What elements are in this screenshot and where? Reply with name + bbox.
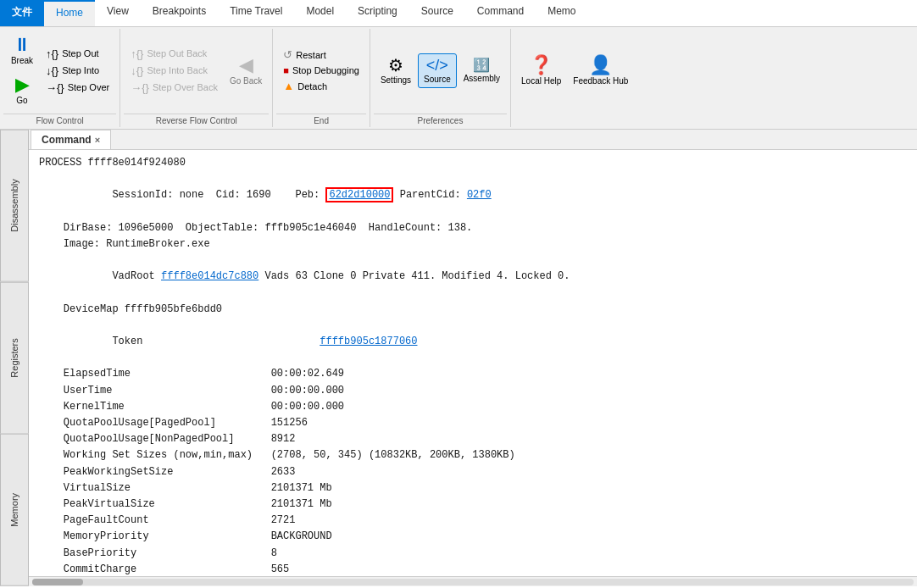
step-out-button[interactable]: ↑{} Step Out [41, 46, 114, 62]
step-over-label: Step Over [68, 82, 110, 92]
command-tab[interactable]: Command × [31, 130, 111, 149]
local-help-button[interactable]: ❓ Local Help [516, 53, 566, 89]
peak-virtual-line: PeakVirtualSize 2101371 Mb [39, 496, 907, 513]
parent-cid-link[interactable]: 02f0 [467, 189, 492, 201]
preferences-label: Preferences [374, 114, 507, 127]
session-line: SessionId: none Cid: 1690 Peb: 62d2d1000… [39, 171, 907, 220]
step-out-icon: ↑{} [46, 47, 58, 60]
scrollbar-thumb[interactable] [32, 579, 83, 585]
peb-link[interactable]: 62d2d10000 [325, 187, 393, 202]
assembly-icon: 🔢 [473, 58, 490, 72]
image-line: Image: RuntimeBroker.exe [39, 236, 907, 252]
step-buttons-col: ↑{} Step Out ↓{} Step Into →{} Step Over [41, 46, 114, 96]
sidebar-item-registers[interactable]: Registers [0, 282, 29, 435]
flow-control-label: Flow Control [3, 114, 116, 127]
settings-icon: ⚙ [388, 57, 403, 74]
stop-debugging-button[interactable]: ■ Stop Debugging [278, 64, 364, 77]
vadroot-link[interactable]: ffff8e014dc7c880 [161, 270, 258, 282]
command-tab-bar: Command × [29, 130, 917, 150]
step-into-back-button[interactable]: ↓{} Step Into Back [125, 63, 223, 79]
restart-icon: ↺ [283, 48, 292, 61]
token-link[interactable]: ffffb905c1877060 [320, 336, 417, 347]
go-back-button[interactable]: ◀ Go Back [225, 53, 267, 89]
command-tab-close[interactable]: × [95, 135, 100, 145]
reverse-flow-content: ↑{} Step Out Back ↓{} Step Into Back →{}… [124, 29, 269, 112]
tab-file[interactable]: 文件 [0, 0, 44, 26]
sidebar-item-memory[interactable]: Memory [0, 434, 29, 586]
tab-home[interactable]: Home [44, 0, 95, 26]
virtual-line: VirtualSize 2101371 Mb [39, 480, 907, 496]
step-over-back-icon: →{} [131, 81, 149, 94]
main-content-area: Command × PROCESS ffff8e014f924080 Sessi… [29, 130, 917, 586]
feedback-hub-label: Feedback Hub [573, 76, 628, 86]
devicemap-line: DeviceMap ffffb905bfe6bdd0 [39, 302, 907, 318]
break-label: Break [11, 56, 33, 65]
base-priority-line: BasePriority 8 [39, 546, 907, 562]
pagefault-line: PageFaultCount 2721 [39, 513, 907, 529]
group-flow-control: ⏸ Break ▶ Go ↑{} Step Out [0, 29, 120, 127]
assembly-button[interactable]: 🔢 Assembly [458, 55, 505, 86]
tab-source[interactable]: Source [409, 0, 465, 26]
tab-scripting[interactable]: Scripting [346, 0, 409, 26]
reverse-flow-label: Reverse Flow Control [124, 114, 269, 127]
step-into-back-icon: ↓{} [131, 64, 143, 77]
go-button[interactable]: ▶ Go [9, 72, 35, 108]
command-tab-label: Command [42, 134, 92, 146]
source-label: Source [424, 75, 451, 84]
dirbase-line: DirBase: 1096e5000 ObjectTable: fffb905c… [39, 220, 907, 236]
end-content: ↺ Restart ■ Stop Debugging ▲ Detach [276, 29, 366, 112]
group-end: ↺ Restart ■ Stop Debugging ▲ Detach End [273, 29, 370, 127]
step-over-button[interactable]: →{} Step Over [41, 80, 114, 96]
horizontal-scrollbar[interactable] [29, 576, 917, 586]
group-preferences: ⚙ Settings </> Source 🔢 Assembly Prefere… [370, 29, 511, 127]
step-into-icon: ↓{} [46, 64, 58, 77]
detach-button[interactable]: ▲ Detach [278, 78, 364, 94]
group-reverse-flow: ↑{} Step Out Back ↓{} Step Into Back →{}… [120, 29, 273, 127]
tab-model[interactable]: Model [294, 0, 346, 26]
step-into-back-label: Step Into Back [147, 65, 208, 75]
vadroot-line: VadRoot ffff8e014dc7c880 Vads 63 Clone 0… [39, 252, 907, 302]
working-set-line: Working Set Sizes (now,min,max) (2708, 5… [39, 447, 907, 463]
process-line: PROCESS ffff8e014f924080 [39, 155, 907, 171]
ribbon-body: ⏸ Break ▶ Go ↑{} Step Out [0, 27, 917, 129]
step-out-back-button[interactable]: ↑{} Step Out Back [125, 46, 223, 62]
feedback-hub-button[interactable]: 👤 Feedback Hub [568, 53, 633, 89]
tab-command[interactable]: Command [465, 0, 536, 26]
ribbon-tabs: 文件 Home View Breakpoints Time Travel Mod… [0, 0, 917, 27]
source-button[interactable]: </> Source [418, 53, 457, 88]
go-back-icon: ◀ [239, 56, 253, 75]
go-back-label: Go Back [230, 76, 262, 86]
flow-control-content: ⏸ Break ▶ Go ↑{} Step Out [3, 29, 116, 112]
break-button[interactable]: ⏸ Break [5, 32, 39, 69]
detach-icon: ▲ [283, 80, 294, 92]
stop-label: Stop Debugging [292, 65, 359, 75]
tab-breakpoints[interactable]: Breakpoints [141, 0, 218, 26]
peak-ws-line: PeakWorkingSetSize 2633 [39, 464, 907, 480]
stop-icon: ■ [283, 65, 289, 75]
restart-button[interactable]: ↺ Restart [278, 47, 364, 63]
preferences-content: ⚙ Settings </> Source 🔢 Assembly [374, 29, 507, 112]
tab-memo[interactable]: Memo [536, 0, 587, 26]
settings-label: Settings [381, 75, 411, 85]
feedback-icon: 👤 [589, 56, 612, 75]
sidebar: Disassembly Registers Memory [0, 130, 29, 586]
step-into-button[interactable]: ↓{} Step Into [41, 63, 114, 79]
memory-priority-line: MemoryPriority BACKGROUND [39, 529, 907, 545]
help-icon: ❓ [530, 56, 553, 75]
sidebar-item-disassembly[interactable]: Disassembly [0, 130, 29, 282]
scrollbar-track[interactable] [32, 579, 914, 585]
local-help-label: Local Help [521, 76, 561, 86]
settings-button[interactable]: ⚙ Settings [375, 53, 416, 88]
command-output[interactable]: PROCESS ffff8e014f924080 SessionId: none… [29, 150, 917, 576]
tab-timetravel[interactable]: Time Travel [218, 0, 294, 26]
token-line: Token ffffb905c1877060 [39, 318, 907, 367]
group-help: ❓ Local Help 👤 Feedback Hub Preferences [511, 29, 638, 127]
pause-icon: ⏸ [13, 36, 31, 54]
usertime-line: UserTime 00:00:00.000 [39, 383, 907, 399]
tab-view[interactable]: View [95, 0, 141, 26]
step-over-icon: →{} [46, 81, 64, 94]
help-content: ❓ Local Help 👤 Feedback Hub [514, 29, 635, 112]
quota-nonpaged-line: QuotaPoolUsage[NonPagedPool] 8912 [39, 431, 907, 447]
go-label: Go [16, 96, 27, 105]
step-over-back-button[interactable]: →{} Step Over Back [125, 80, 223, 96]
